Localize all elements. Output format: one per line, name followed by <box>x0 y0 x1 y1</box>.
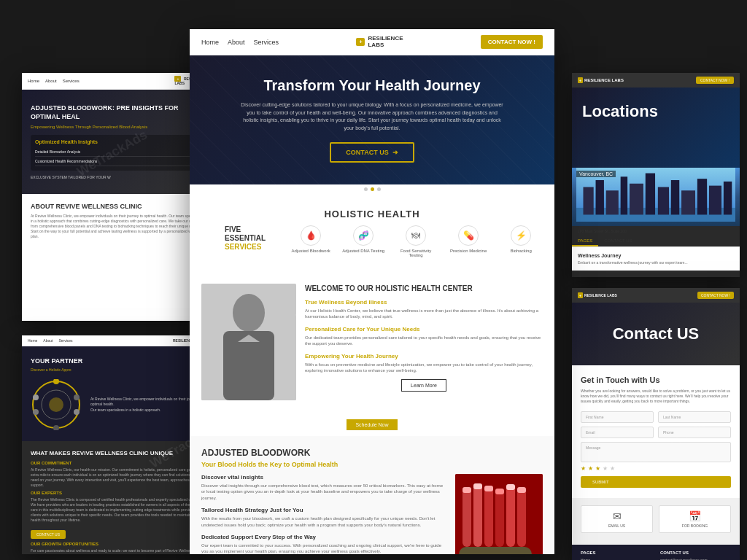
dot-3[interactable] <box>377 187 381 191</box>
svg-point-22 <box>74 394 80 400</box>
rs1-contact-btn[interactable]: CONTACT NOW ! <box>696 77 734 84</box>
rs1-nav: +RESILIENCE LABS CONTACT NOW ! <box>572 73 740 88</box>
ls1-nav: Home About Services + RESILIENCELABS <box>22 73 212 90</box>
bloodwork-image <box>455 474 543 554</box>
ls1-insight-1: Detailed Biomarker Analysis <box>35 147 198 157</box>
rs1-city-label: Vancouver, BC <box>576 171 616 177</box>
bw-item-1-text: Discover vital insights through our comp… <box>201 483 446 501</box>
contact-us-title: Contact US <box>584 324 728 343</box>
learn-more-button[interactable]: Learn More <box>401 379 446 392</box>
welcome-item-2-text: Our dedicated team provides personalized… <box>305 335 543 347</box>
ls2-growth-title: OUR GROWTH OPPORTUNITIES <box>31 542 203 546</box>
bw-item-3-text: Our expert team is committed to your suc… <box>201 542 446 554</box>
rs2-message-field[interactable]: Message <box>581 442 731 462</box>
svg-rect-15 <box>506 484 515 490</box>
rs1-tabs: PAGES CONTACT US <box>572 236 740 247</box>
precision-icon: 💊 <box>458 225 479 246</box>
dot-1[interactable] <box>364 187 368 191</box>
svg-rect-39 <box>697 179 707 214</box>
svg-rect-11 <box>462 487 471 493</box>
service-precision: 💊 Precision Medicine <box>446 225 490 257</box>
dna-icon: 🧬 <box>353 225 374 246</box>
svg-rect-9 <box>506 486 515 547</box>
rs1-address: 100 Main Street St., Suite 200 <box>572 226 740 236</box>
svg-rect-7 <box>484 487 493 547</box>
rs1-city-image: Vancouver, BC <box>572 168 740 226</box>
rs2-pages-title: PAGES <box>581 551 651 555</box>
bloodwork-subtitle: Your Blood Holds the Key to Optimal Heal… <box>201 461 543 468</box>
ls2-contact-button[interactable]: CONTACT US <box>31 530 66 539</box>
rs1-logo: +RESILIENCE LABS <box>578 78 624 82</box>
rs2-rating: ★ ★ ★ ★ ★ <box>581 465 731 472</box>
bloodwork-title: ADJUSTED BLOODWORK <box>201 448 543 458</box>
ls1-hero-sub: Empowering Wellness Through Personalized… <box>31 125 203 129</box>
rs2-email-booking: ✉ EMAIL US <box>581 505 653 533</box>
nav-about[interactable]: About <box>228 39 245 46</box>
ls1-nav-links: Home About Services <box>28 79 80 83</box>
bloodwork-icon: 🩸 <box>301 225 321 246</box>
rs2-lastname-field[interactable]: Last Name <box>658 411 731 423</box>
svg-rect-36 <box>658 187 669 215</box>
bw-item-1-title: Discover vital insights <box>201 474 446 481</box>
rs2-footer: PAGES Home About Services Privacy Policy… <box>572 545 740 560</box>
svg-point-1 <box>233 294 265 332</box>
brand-name: RESILIENCELABS <box>368 36 403 49</box>
service-food: 🍽 Food Sensitivity Testing <box>394 225 438 257</box>
services-row: 🩸 Adjusted Bloodwork 🧬 Adjusted DNA Test… <box>289 225 543 257</box>
rs1-tab-contact[interactable]: CONTACT US <box>598 236 638 246</box>
ls2-partner-text: At Revive Wellness Clinic, we empower in… <box>90 397 203 413</box>
dot-2[interactable] <box>371 187 374 191</box>
rs2-booking-section: ✉ EMAIL US 📅 FOR BOOKING <box>572 498 740 545</box>
rs2-submit-button[interactable]: SUBMIT <box>581 476 731 488</box>
main-screenshot: Home About Services + RESILIENCELABS CON… <box>190 29 554 554</box>
left-screenshot-1: Home About Services + RESILIENCELABS ADJ… <box>22 73 212 321</box>
rs2-firstname-field[interactable]: First Name <box>581 411 654 423</box>
rs2-git-title: Get in Touch with Us <box>581 376 731 384</box>
ls2-partner-title: YOUR PARTNER <box>31 357 203 365</box>
svg-point-25 <box>33 409 39 415</box>
rs1-tab-pages[interactable]: PAGES <box>572 236 598 246</box>
hero-cta-button[interactable]: CONTACT US ➜ <box>330 142 414 163</box>
svg-rect-30 <box>583 187 593 215</box>
svg-point-24 <box>53 425 59 430</box>
rs2-form-contact-row: Email Phone <box>581 427 731 438</box>
ls2-commitment-title: OUR COMMITMENT <box>31 461 203 465</box>
doctor-image <box>201 284 296 400</box>
welcome-item-1-text: At our Holistic Health Center, we believ… <box>305 308 543 320</box>
svg-rect-12 <box>473 483 482 489</box>
rs2-hero: Contact US <box>572 303 740 365</box>
rs1-journey-title: Wellness Journey <box>578 253 734 258</box>
welcome-item-1-title: True Wellness Beyond Illness <box>305 299 543 306</box>
rs2-email-field[interactable]: Email <box>581 427 654 438</box>
service-biohacking: ⚡ Biohacking <box>499 225 543 257</box>
ls2-experts-title: OUR EXPERTS <box>31 491 203 495</box>
left-screenshot-2: Home About Services RESILIENCE LABS YOUR… <box>22 335 212 554</box>
ls1-about-section: ABOUT REVIVE WELLNESS CLINIC At Revive W… <box>22 194 212 248</box>
service-dna: 🧬 Adjusted DNA Testing <box>341 225 385 257</box>
ls2-nav: Home About Services RESILIENCE LABS <box>22 335 212 346</box>
welcome-item-3-text: With a focus on preventive medicine and … <box>305 362 543 374</box>
biohacking-icon: ⚡ <box>511 225 531 246</box>
rs2-phone-field[interactable]: Phone <box>658 427 731 438</box>
svg-rect-5 <box>462 489 471 547</box>
bw-item-3-title: Dedicated Support Every Step of the Way <box>201 534 446 540</box>
rs2-contact-nav-btn[interactable]: CONTACT NOW ! <box>697 292 734 299</box>
rs2-contact-col: CONTACT US contact@revivewellness.com <box>660 551 731 560</box>
schedule-now-button[interactable]: Schedule Now <box>347 419 397 430</box>
rs1-journey-section: Wellness Journey Embark on a transformat… <box>572 247 740 271</box>
ls1-services: Services <box>63 79 80 83</box>
logo-symbol: + <box>356 38 365 46</box>
contact-now-button[interactable]: CONTACT NOW ! <box>481 35 543 49</box>
nav-services[interactable]: Services <box>254 39 279 46</box>
ls1-home: Home <box>28 79 39 83</box>
ls2-nav-links: Home About Services <box>28 338 73 343</box>
service-bloodwork: 🩸 Adjusted Bloodwork <box>289 225 333 257</box>
svg-rect-32 <box>606 190 619 214</box>
rs2-nav: +RESILIENCE LABS CONTACT NOW ! <box>572 288 740 303</box>
svg-rect-8 <box>495 490 504 547</box>
rs2-form-name-row: First Name Last Name <box>581 411 731 423</box>
svg-rect-10 <box>517 489 526 547</box>
locations-title: Locations <box>582 102 729 121</box>
rs2-calendar-booking[interactable]: 📅 FOR BOOKING <box>659 505 731 533</box>
nav-home[interactable]: Home <box>201 39 219 46</box>
